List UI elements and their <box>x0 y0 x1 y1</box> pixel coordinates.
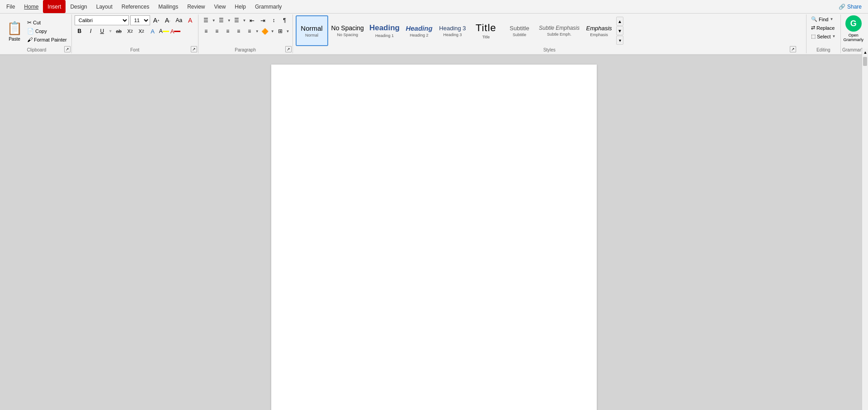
find-dropdown[interactable]: ▼ <box>830 17 833 21</box>
style-heading2[interactable]: Heading Heading 2 <box>403 15 435 46</box>
styles-expand-button2[interactable]: ↗ <box>790 46 796 52</box>
select-dropdown[interactable]: ▼ <box>832 34 836 38</box>
multilevel-button[interactable]: ☰ <box>232 15 242 25</box>
style-emphasis[interactable]: Emphasis Emphasis <box>583 15 615 46</box>
style-subtitle[interactable]: Subtitle Subtitle <box>503 15 536 46</box>
clipboard-expand-button[interactable]: ↗ <box>64 46 71 52</box>
title-bar: File Home Insert Design Layout Reference… <box>0 0 868 56</box>
menu-file[interactable]: File <box>2 0 19 13</box>
align-center-button[interactable]: ≡ <box>212 26 222 36</box>
justify-button[interactable]: ≡ <box>234 26 244 36</box>
style-normal[interactable]: Normal Normal <box>296 15 328 46</box>
find-button[interactable]: 🔍 Find ▼ <box>809 15 835 23</box>
font-case-button[interactable]: Aa <box>174 15 184 25</box>
format-painter-icon: 🖌 <box>27 37 33 43</box>
font-name-select[interactable]: Calibri <box>75 15 129 25</box>
style-heading1-label: Heading 1 <box>375 33 394 38</box>
numbering-button[interactable]: ☰ <box>217 15 226 25</box>
menu-layout[interactable]: Layout <box>92 0 117 13</box>
font-color-indicator <box>174 31 180 32</box>
font-size-select[interactable]: 11 <box>130 15 150 25</box>
ribbon-content: 📋 Paste ✂ Cut 📄 Copy 🖌 <box>0 14 868 54</box>
text-effects-button[interactable]: A <box>148 26 158 36</box>
shading-dropdown[interactable]: ▼ <box>271 29 274 33</box>
borders-dropdown[interactable]: ▼ <box>286 29 290 33</box>
increase-indent-button[interactable]: ⇥ <box>258 15 268 25</box>
select-button[interactable]: ⬚ Select ▼ <box>809 33 838 40</box>
decrease-indent-button[interactable]: ⇤ <box>247 15 257 25</box>
font-grow-button[interactable]: A+ <box>151 15 161 25</box>
font-expand-button[interactable]: ↗ <box>191 46 197 52</box>
style-heading3-label: Heading 3 <box>443 33 462 37</box>
vertical-scrollbar[interactable]: ▲ <box>862 49 868 410</box>
strikethrough-button[interactable]: ab <box>114 26 124 36</box>
format-painter-button[interactable]: 🖌 Format Painter <box>25 36 69 44</box>
scrollbar-up-button[interactable]: ▲ <box>862 49 868 56</box>
copy-button[interactable]: 📄 Copy <box>25 27 69 35</box>
style-heading3[interactable]: Heading 3 Heading 3 <box>436 15 469 46</box>
style-subtle-emphasis[interactable]: Subtle Emphasis Subtle Emph. <box>537 15 582 46</box>
clipboard-sub: ✂ Cut 📄 Copy 🖌 Format Painter <box>25 19 69 44</box>
show-marks-button[interactable]: ¶ <box>280 15 290 25</box>
bullets-dropdown[interactable]: ▼ <box>212 19 216 23</box>
superscript-button[interactable]: X2 <box>137 26 146 36</box>
highlight-color-indicator <box>163 31 169 32</box>
shading-button[interactable]: 🔶 <box>260 26 270 36</box>
align-right-button[interactable]: ≡ <box>223 26 233 36</box>
paste-button[interactable]: 📋 Paste <box>5 20 24 42</box>
scrollbar-thumb[interactable] <box>863 57 867 66</box>
menu-mailings[interactable]: Mailings <box>154 0 183 13</box>
paragraph-group: ☰ ▼ ☰ ▼ ☰ ▼ ⇤ ⇥ ↕ ¶ ≡ ≡ ≡ <box>198 14 293 53</box>
style-title[interactable]: Title Title <box>470 15 502 46</box>
italic-button[interactable]: I <box>86 26 96 36</box>
styles-expand-button[interactable]: ▾ <box>616 36 623 45</box>
highlight-color-button[interactable]: A <box>159 26 169 36</box>
share-button[interactable]: 🔗 Share <box>834 2 866 12</box>
style-heading2-label: Heading 2 <box>410 33 428 37</box>
menu-help[interactable]: Help <box>230 0 250 13</box>
cut-icon: ✂ <box>27 19 32 26</box>
menu-design[interactable]: Design <box>66 0 91 13</box>
multilevel-dropdown[interactable]: ▼ <box>243 19 246 23</box>
document-area <box>0 56 868 410</box>
style-no-spacing-label: No Spacing <box>337 33 358 37</box>
cut-label: Cut <box>33 20 41 25</box>
style-subtle-emphasis-label: Subtle Emph. <box>547 32 571 37</box>
menu-grammarly[interactable]: Grammarly <box>250 0 286 13</box>
line-spacing-dropdown[interactable]: ▼ <box>255 29 259 33</box>
subscript-button[interactable]: X2 <box>125 26 135 36</box>
menu-home[interactable]: Home <box>19 0 43 13</box>
sort-button[interactable]: ↕ <box>269 15 279 25</box>
styles-scroll-up-button[interactable]: ▲ <box>616 17 623 26</box>
cut-button[interactable]: ✂ Cut <box>25 19 69 27</box>
borders-button[interactable]: ⊞ <box>275 26 285 36</box>
bullets-button[interactable]: ☰ <box>201 15 211 25</box>
font-color-button[interactable]: A <box>170 26 180 36</box>
style-title-label: Title <box>482 35 490 39</box>
numbering-dropdown[interactable]: ▼ <box>227 19 231 23</box>
underline-button[interactable]: U <box>97 26 107 36</box>
font-row2: B I U ▼ ab X2 X2 A A A <box>75 26 180 36</box>
font-shrink-button[interactable]: A- <box>163 15 173 25</box>
line-spacing-button[interactable]: ≡ <box>245 26 255 36</box>
menu-references[interactable]: References <box>117 0 154 13</box>
styles-scroll-down-button[interactable]: ▼ <box>616 26 623 35</box>
clear-formatting-button[interactable]: A <box>185 15 195 25</box>
style-no-spacing[interactable]: No Spacing No Spacing <box>329 15 366 46</box>
menu-view[interactable]: View <box>210 0 231 13</box>
grammarly-open-button[interactable]: G OpenGrammarly <box>844 15 864 42</box>
para-row1: ☰ ▼ ☰ ▼ ☰ ▼ ⇤ ⇥ ↕ ¶ <box>201 15 290 25</box>
style-heading1[interactable]: Heading Heading 1 <box>367 15 402 46</box>
clipboard-group: 📋 Paste ✂ Cut 📄 Copy 🖌 <box>2 14 72 53</box>
document-page[interactable] <box>271 65 597 410</box>
select-label: Select <box>817 34 831 39</box>
bold-button[interactable]: B <box>75 26 85 36</box>
copy-icon: 📄 <box>27 28 34 34</box>
paragraph-expand-button[interactable]: ↗ <box>285 46 292 52</box>
menu-review[interactable]: Review <box>183 0 209 13</box>
copy-label: Copy <box>35 28 47 34</box>
select-icon: ⬚ <box>811 33 816 39</box>
menu-insert[interactable]: Insert <box>43 0 66 13</box>
replace-button[interactable]: ⇄ Replace <box>809 24 836 32</box>
align-left-button[interactable]: ≡ <box>201 26 211 36</box>
